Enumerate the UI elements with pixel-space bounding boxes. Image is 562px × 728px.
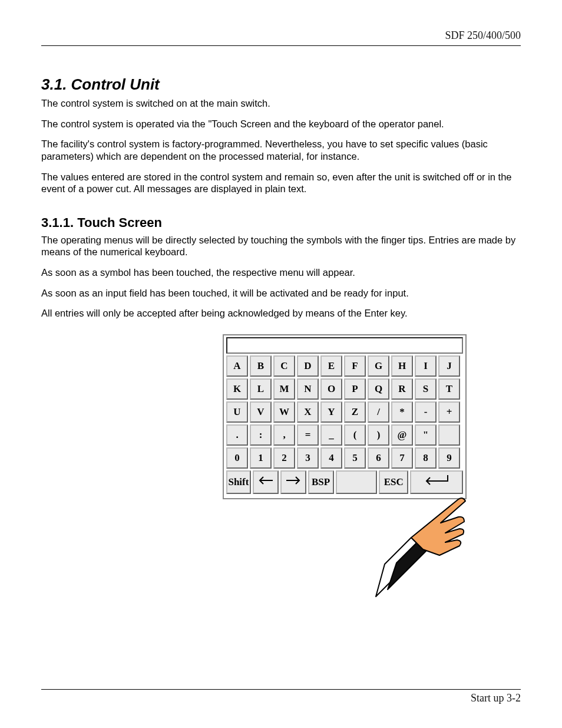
key-1[interactable]: 1 — [250, 447, 272, 469]
key-slash[interactable]: / — [368, 401, 389, 423]
key-Y[interactable]: Y — [320, 401, 342, 423]
key-4[interactable]: 4 — [320, 447, 342, 469]
body-paragraph: The control system is switched on at the… — [41, 97, 521, 110]
key-O[interactable]: O — [320, 378, 342, 400]
page-footer: Start up 3-2 — [41, 689, 521, 704]
key-minus[interactable]: - — [415, 401, 437, 423]
body-paragraph: The operating menus will be directly sel… — [41, 234, 521, 258]
body-paragraph: As soon as an input field has been touch… — [41, 287, 521, 299]
arrow-left-icon — [257, 476, 274, 488]
enter-icon — [422, 474, 451, 490]
key-9[interactable]: 9 — [438, 447, 460, 469]
key-arrow-left[interactable] — [253, 470, 279, 494]
key-R[interactable]: R — [391, 378, 413, 400]
key-7[interactable]: 7 — [391, 447, 413, 469]
pointing-hand-icon — [370, 496, 500, 602]
key-Q[interactable]: Q — [368, 378, 389, 400]
key-D[interactable]: D — [297, 355, 319, 377]
key-paren-close[interactable]: ) — [368, 424, 389, 446]
arrow-right-icon — [285, 476, 302, 488]
key-A[interactable]: A — [226, 355, 248, 377]
key-C[interactable]: C — [273, 355, 295, 377]
key-G[interactable]: G — [368, 355, 389, 377]
key-Z[interactable]: Z — [344, 401, 366, 423]
key-at[interactable]: @ — [391, 424, 413, 446]
key-enter[interactable] — [410, 470, 463, 494]
key-K[interactable]: K — [226, 378, 248, 400]
body-paragraph: The facility's control system is factory… — [41, 138, 521, 162]
key-shift[interactable]: Shift — [226, 470, 251, 494]
key-8[interactable]: 8 — [415, 447, 437, 469]
key-6[interactable]: 6 — [368, 447, 389, 469]
keyboard-display[interactable] — [226, 337, 463, 354]
key-J[interactable]: J — [438, 355, 460, 377]
key-backspace[interactable]: BSP — [308, 470, 334, 494]
key-H[interactable]: H — [391, 355, 413, 377]
key-plus[interactable]: + — [438, 401, 460, 423]
key-space[interactable] — [336, 470, 378, 494]
key-equals[interactable]: = — [297, 424, 319, 446]
key-dot[interactable]: . — [226, 424, 248, 446]
key-N[interactable]: N — [297, 378, 319, 400]
key-S[interactable]: S — [415, 378, 437, 400]
onscreen-keyboard: A B C D E F G H I J K L M N O P Q R S — [223, 334, 467, 499]
key-comma[interactable]: , — [273, 424, 295, 446]
key-3[interactable]: 3 — [297, 447, 319, 469]
section-title: 3.1. Control Unit — [41, 75, 521, 94]
key-L[interactable]: L — [250, 378, 272, 400]
body-paragraph: The control system is operated via the "… — [41, 118, 521, 130]
key-T[interactable]: T — [438, 378, 460, 400]
key-I[interactable]: I — [415, 355, 437, 377]
key-P[interactable]: P — [344, 378, 366, 400]
key-V[interactable]: V — [250, 401, 272, 423]
key-W[interactable]: W — [273, 401, 295, 423]
key-star[interactable]: * — [391, 401, 413, 423]
body-paragraph: The values entered are stored in the con… — [41, 171, 521, 195]
body-paragraph: All entries will only be accepted after … — [41, 307, 521, 319]
key-M[interactable]: M — [273, 378, 295, 400]
key-arrow-right[interactable] — [280, 470, 306, 494]
subsection-title: 3.1.1. Touch Screen — [41, 215, 521, 230]
key-0[interactable]: 0 — [226, 447, 248, 469]
key-U[interactable]: U — [226, 401, 248, 423]
key-E[interactable]: E — [320, 355, 342, 377]
key-escape[interactable]: ESC — [379, 470, 408, 494]
page-header: SDF 250/400/500 — [41, 29, 521, 46]
body-paragraph: As soon as a symbol has been touched, th… — [41, 266, 521, 279]
key-paren-open[interactable]: ( — [344, 424, 366, 446]
key-B[interactable]: B — [250, 355, 272, 377]
key-X[interactable]: X — [297, 401, 319, 423]
key-colon[interactable]: : — [250, 424, 272, 446]
key-2[interactable]: 2 — [273, 447, 295, 469]
key-quote[interactable]: " — [415, 424, 437, 446]
key-blank[interactable] — [438, 424, 460, 446]
key-5[interactable]: 5 — [344, 447, 366, 469]
header-product: SDF 250/400/500 — [445, 29, 521, 42]
key-underscore[interactable]: _ — [320, 424, 342, 446]
footer-text: Start up 3-2 — [471, 692, 521, 704]
key-F[interactable]: F — [344, 355, 366, 377]
